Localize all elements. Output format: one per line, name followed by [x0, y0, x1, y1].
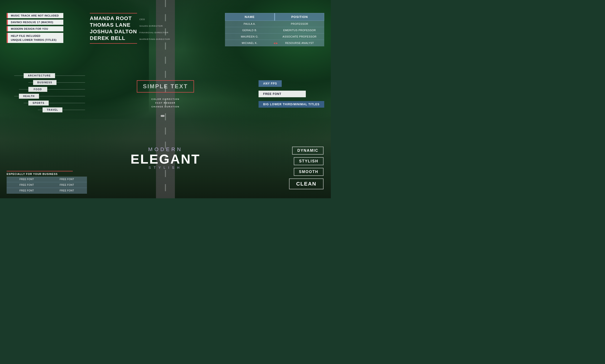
menu-line: [24, 103, 28, 103]
menu-row-architecture: ARCHITECTURE: [14, 73, 85, 78]
word-row-smooth: SMOOTH: [288, 167, 324, 177]
menu-box-food: FOOD: [28, 87, 47, 92]
table-cell-position-3: ASSOCIATE PROFESSOR: [275, 34, 324, 40]
table-cell-name-1: PAULA A.: [225, 21, 274, 27]
info-box-1: MUSIC TRACK ARE NOT INCLUDED: [7, 13, 63, 18]
bottom-cell-2-2: FREE FONT: [47, 182, 87, 188]
table-cell-name-3: MAUREEN G.: [225, 34, 274, 40]
simple-text-box: SIMPLE TEXT: [137, 80, 194, 92]
menu-row-sports: SPORTS: [14, 101, 85, 105]
menu-line: [55, 76, 85, 76]
bottom-cell-3-1: FREE FONT: [7, 188, 47, 193]
word-row-clean: CLEAN: [288, 178, 324, 190]
feature-1: COLOR CORECTION: [137, 97, 194, 101]
elegant-text: ELEGANT: [130, 153, 200, 166]
feature-list: COLOR CORECTION FAST RENDER CHANGE DURAT…: [137, 97, 194, 109]
bottom-cell-1-2: FREE FONT: [47, 177, 87, 182]
credit-title-2: SALES DIRECTOR: [139, 25, 163, 27]
bottom-title-line: [7, 171, 73, 171]
info-box-content-1: MUSIC TRACK ARE NOT INCLUDED: [7, 13, 63, 18]
bottom-table-row-2: FREE FONT FREE FONT: [7, 182, 87, 188]
info-box-4: HELP FILE INCLUDEDUNIQUE LOWER THIRDS (T…: [7, 33, 63, 43]
menu-line: [56, 82, 85, 83]
menu-line: [28, 82, 33, 83]
table-cell-position-1: PROFESSOR: [275, 21, 324, 27]
credit-title-3: FINANCIAL DIRECTOR: [139, 31, 168, 34]
credit-name-1: AMANDA ROOT: [90, 15, 137, 22]
right-middle-badges: ANY FPS FREE FONT BIG LOWER THIRD/MINIMA…: [259, 80, 324, 110]
top-right-table: NAME POSITION PAULA A. PROFESSOR GERALD …: [225, 13, 324, 46]
table-row-3: MAUREEN G. ASSOCIATE PROFESSOR: [225, 34, 324, 40]
info-text-2: DAVINCI RESOLVE 17 (MACRO): [11, 21, 53, 24]
menu-box-business: BUSINESS: [33, 80, 56, 85]
table-header: NAME POSITION: [225, 13, 324, 21]
menu-line: [19, 89, 28, 90]
credit-name-3: JOSHUA DALTON: [90, 28, 137, 35]
info-box-content-2: DAVINCI RESOLVE 17 (MACRO): [7, 20, 63, 25]
word-box-clean: CLEAN: [289, 179, 324, 189]
info-box-2: DAVINCI RESOLVE 17 (MACRO): [7, 20, 63, 25]
credit-row-4: DEREK BELL MARKETING DIRECTOR: [90, 35, 189, 41]
feature-2: FAST RENDER: [137, 101, 194, 105]
credits-section: AMANDA ROOT CEO THOMAS LANE SALES DIRECT…: [90, 13, 189, 44]
car: [161, 115, 165, 117]
table-row-4: MICHAEL K. ◀ ▶ RESOURSE ANALYST: [225, 40, 324, 46]
bottom-cell-1-1: FREE FONT: [7, 177, 47, 182]
menu-line: [49, 103, 85, 103]
badge-free-font: FREE FONT: [259, 91, 306, 97]
menu-box-health: HEALTH: [19, 94, 39, 99]
table-header-position: POSITION: [275, 13, 324, 21]
table-arrows: ◀ ▶: [273, 42, 279, 44]
table-row-2: GERALD B. EMERITUS PROFESSOR: [225, 27, 324, 34]
bottom-title: ESPECIALLY FOR YOUR BUSINESS: [7, 173, 87, 175]
word-box-smooth: SMOOTH: [294, 168, 324, 176]
bottom-table-row-1: FREE FONT FREE FONT: [7, 177, 87, 182]
credit-row-3: JOSHUA DALTON FINANCIAL DIRECTOR: [90, 28, 189, 35]
table-cell-position-4: RESOURSE ANALYST: [275, 40, 324, 46]
table-cell-position-2: EMERITUS PROFESSOR: [275, 27, 324, 33]
info-box-3: MODERN DESIGN FOR YOU: [7, 26, 63, 31]
table-cell-name-4: MICHAEL K.: [225, 40, 274, 46]
word-box-dynamic: DYNAMIC: [292, 147, 324, 155]
table-header-name: NAME: [225, 13, 274, 21]
menu-row-food: FOOD: [14, 87, 85, 92]
bottom-table-row-3: FREE FONT FREE FONT: [7, 188, 87, 194]
credit-title-4: MARKETING DIRECTOR: [139, 38, 170, 40]
menu-line: [47, 89, 85, 90]
credits-top-line: [90, 13, 137, 13]
menu-line: [39, 96, 85, 96]
credits-bottom-line: [90, 43, 137, 44]
menu-row-health: HEALTH: [14, 94, 85, 99]
badge-big-lower-third: BIG LOWER THIRD/MINIMAL TITLES: [259, 101, 324, 108]
table-cell-name-2: GERALD B.: [225, 27, 274, 33]
center-section: SIMPLE TEXT COLOR CORECTION FAST RENDER …: [137, 80, 194, 109]
credit-name-2: THOMAS LANE: [90, 22, 137, 28]
word-row-stylish: STYLISH: [288, 156, 324, 166]
menu-line: [14, 76, 24, 76]
top-left-info: MUSIC TRACK ARE NOT INCLUDED DAVINCI RES…: [7, 13, 63, 44]
menu-section: ARCHITECTURE BUSINESS FOOD HEALTH SPORTS…: [14, 73, 85, 114]
menu-row-travel: TRAVEL: [14, 107, 85, 112]
credit-row-1: AMANDA ROOT CEO: [90, 15, 189, 22]
menu-box-travel: TRAVEL: [42, 107, 62, 112]
badge-any-fps: ANY FPS: [259, 80, 282, 87]
bottom-cell-3-2: FREE FONT: [47, 188, 87, 193]
credit-name-4: DEREK BELL: [90, 35, 137, 41]
bottom-cell-2-1: FREE FONT: [7, 182, 47, 188]
menu-box-architecture: ARCHITECTURE: [24, 73, 55, 78]
credit-row-2: THOMAS LANE SALES DIRECTOR: [90, 22, 189, 28]
info-box-content-4: HELP FILE INCLUDEDUNIQUE LOWER THIRDS (T…: [7, 33, 63, 43]
table-row-1: PAULA A. PROFESSOR: [225, 21, 324, 27]
info-text-1: MUSIC TRACK ARE NOT INCLUDED: [11, 14, 59, 17]
menu-line: [14, 96, 19, 96]
bottom-right-words: DYNAMIC STYLISH SMOOTH CLEAN: [288, 146, 324, 191]
credit-title-1: CEO: [139, 18, 145, 21]
word-box-stylish: STYLISH: [294, 157, 324, 165]
table-body: PAULA A. PROFESSOR GERALD B. EMERITUS PR…: [225, 21, 324, 46]
bottom-table: FREE FONT FREE FONT FREE FONT FREE FONT …: [7, 177, 87, 194]
feature-3: CHANGE DURATION: [137, 105, 194, 109]
bottom-left-section: ESPECIALLY FOR YOUR BUSINESS FREE FONT F…: [7, 171, 87, 194]
word-row-dynamic: DYNAMIC: [288, 146, 324, 155]
menu-box-sports: SPORTS: [28, 101, 49, 105]
menu-row-business: BUSINESS: [14, 80, 85, 85]
